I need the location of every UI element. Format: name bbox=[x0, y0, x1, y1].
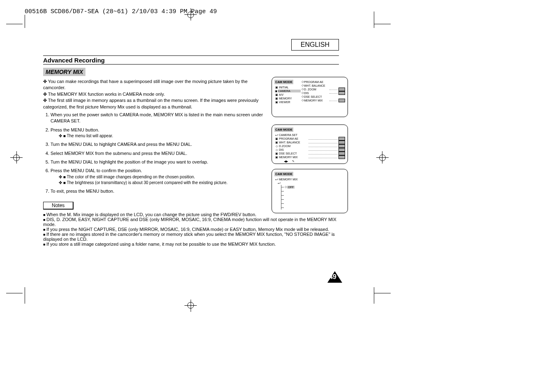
osd-screen-camera-set: CAM MODE ⮐CAMERA SET ▣PROGRAM AE▣WHT. BA… bbox=[272, 125, 348, 164]
osd-label: VIEWER bbox=[279, 101, 308, 104]
back-icon: ⮐ bbox=[274, 178, 279, 181]
osd-row: ▣DSE SELECT bbox=[274, 152, 345, 155]
osd-sublabel: PROGRAM AE bbox=[304, 81, 329, 83]
reg-mark-circle bbox=[13, 154, 20, 161]
osd-label: MEMORY MIX bbox=[279, 156, 308, 159]
note-item: DIS, D. ZOOM, EASY, NIGHT CAPTURE and DS… bbox=[43, 217, 339, 227]
osd-row: ▣PROGRAM AE bbox=[274, 137, 345, 141]
step-item: Press the MENU button.■ The menu list wi… bbox=[51, 127, 265, 139]
menu-icon: ▣ bbox=[274, 97, 279, 100]
osd-row: ◇D.ZOOM bbox=[274, 144, 345, 148]
osd-row: ▣CAMERA◇PROGRAM AE◇WHT. BALANCE◇D. ZOOM◇… bbox=[274, 89, 345, 93]
back-icon: ⮐ bbox=[277, 182, 281, 184]
osd-row: ◇DIS bbox=[274, 148, 345, 152]
osd-label: MEMORY bbox=[279, 97, 308, 100]
notes-label-box: Notes bbox=[43, 202, 74, 210]
step-sub: ■ The brightness (or transmittancy) is a… bbox=[59, 180, 265, 186]
thumbnail-icon bbox=[339, 148, 345, 152]
crop-mark bbox=[25, 15, 25, 28]
step-item: Press the MENU DIAL to confirm the posit… bbox=[51, 168, 265, 185]
thumbnail-icon bbox=[339, 141, 345, 144]
thumbnail-icon bbox=[339, 144, 345, 148]
crop-mark bbox=[6, 24, 23, 24]
osd-title: CAM MODE bbox=[274, 80, 293, 84]
note-item: If you store a still image categorized u… bbox=[43, 242, 339, 247]
osd-subrow: ◇D. ZOOM bbox=[301, 88, 345, 91]
menu-icon: ▣ bbox=[274, 93, 279, 97]
language-box: ENGLISH bbox=[291, 39, 339, 51]
osd-subrow: ◇PROGRAM AE bbox=[301, 80, 345, 84]
reg-mark-circle bbox=[379, 154, 386, 161]
thumbnail-icon bbox=[339, 155, 345, 159]
osd-sublabel: DSE SELECT bbox=[304, 95, 329, 98]
osd-selected: OFF bbox=[287, 186, 295, 189]
osd-back: MEMORY MIX bbox=[279, 178, 308, 181]
reg-mark-circle bbox=[187, 12, 194, 18]
osd-label: PROGRAM AE bbox=[279, 137, 308, 140]
menu-icon: ▣ bbox=[274, 152, 279, 155]
osd-label: CAMERA bbox=[278, 90, 301, 92]
reg-mark-circle bbox=[187, 302, 194, 309]
menu-icon: ◇ bbox=[274, 145, 279, 148]
diamond-icon: ◇ bbox=[301, 84, 304, 87]
thumbnail-icon bbox=[339, 137, 345, 141]
menu-icon: ▣ bbox=[274, 86, 279, 89]
step-item: Turn the MENU DIAL to highlight the posi… bbox=[51, 159, 265, 165]
osd-screen-memory-mix: CAM MODE ⮐MEMORY MIX ⮐ ◇OFF bbox=[272, 169, 348, 213]
page-title: Advanced Recording bbox=[43, 55, 339, 65]
osd-back: CAMERA SET bbox=[279, 134, 308, 136]
step-item: Select MEMORY MIX from the submenu and p… bbox=[51, 150, 265, 157]
section-heading: MEMORY MIX bbox=[43, 68, 85, 76]
diamond-icon: ◇ bbox=[301, 80, 304, 83]
note-item: If there are no images stored in the cam… bbox=[43, 232, 339, 242]
menu-icon: ▣ bbox=[274, 141, 279, 144]
menu-icon: ▣ bbox=[274, 90, 278, 93]
osd-label: D.ZOOM bbox=[279, 145, 308, 148]
page-number: 49 bbox=[329, 273, 336, 281]
step-item: When you set the power switch to CAMERA … bbox=[51, 112, 265, 125]
osd-title: CAM MODE bbox=[274, 172, 293, 176]
thumbnail-icon bbox=[339, 88, 345, 91]
menu-icon: ◇ bbox=[274, 148, 279, 152]
osd-row: ▣MEMORY MIX bbox=[274, 155, 345, 159]
osd-label: WHT. BALANCE bbox=[279, 141, 308, 144]
thumbnail-icon bbox=[339, 99, 345, 102]
menu-icon: ▣ bbox=[274, 137, 279, 141]
step-sub: ■ The color of the still image changes d… bbox=[59, 174, 265, 180]
osd-label: A/V bbox=[279, 93, 308, 96]
crop-mark bbox=[374, 24, 391, 24]
menu-icon: ▣ bbox=[274, 101, 279, 104]
thumbnail-icon bbox=[339, 91, 345, 95]
osd-row: ▣WHT. BALANCE bbox=[274, 141, 345, 144]
crop-mark bbox=[6, 293, 23, 293]
notes-list: When the M. Mix image is displayed on th… bbox=[43, 212, 339, 247]
intro-item: The first still image in memory appears … bbox=[43, 97, 265, 110]
diamond-icon: ◇ bbox=[301, 88, 304, 91]
crop-mark bbox=[374, 287, 374, 304]
osd-sublabel: MEMORY MIX bbox=[304, 99, 329, 102]
osd-screen-main: CAM MODE ▣INITIAL▣CAMERA◇PROGRAM AE◇WHT.… bbox=[272, 77, 348, 117]
crop-mark bbox=[25, 287, 25, 304]
step-sub: ■ The menu list will appear. bbox=[59, 133, 265, 139]
intro-item: The MEMORY MIX function works in CAMERA … bbox=[43, 91, 265, 97]
intro-item: You can make recordings that have a supe… bbox=[43, 78, 265, 91]
thumbnail-icon bbox=[339, 152, 345, 155]
step-item: To exit, press the MENU button. bbox=[51, 188, 265, 194]
osd-sublabel: DIS bbox=[304, 92, 329, 95]
osd-position-tree: ◇OFF bbox=[281, 185, 345, 210]
body-text: You can make recordings that have a supe… bbox=[43, 78, 265, 194]
osd-hint: ◀▶ ✎ bbox=[274, 160, 345, 163]
page-body: ENGLISH Advanced Recording MEMORY MIX Yo… bbox=[43, 39, 339, 251]
step-item: Turn the MENU DIAL to highlight CAMERA a… bbox=[51, 141, 265, 148]
menu-icon: ▣ bbox=[274, 156, 279, 159]
crop-mark bbox=[374, 12, 374, 28]
crop-mark bbox=[374, 293, 391, 293]
osd-subrow: ◇WHT. BALANCE bbox=[301, 84, 345, 88]
back-icon: ⮐ bbox=[274, 134, 279, 136]
note-item: If you press the NIGHT CAPTURE, DSE (onl… bbox=[43, 227, 339, 232]
osd-sublabel: WHT. BALANCE bbox=[304, 84, 329, 87]
osd-sublabel: D. ZOOM bbox=[304, 88, 329, 91]
osd-label: DIS bbox=[279, 148, 308, 151]
osd-title: CAM MODE bbox=[274, 127, 293, 132]
osd-label: DSE SELECT bbox=[279, 152, 308, 155]
